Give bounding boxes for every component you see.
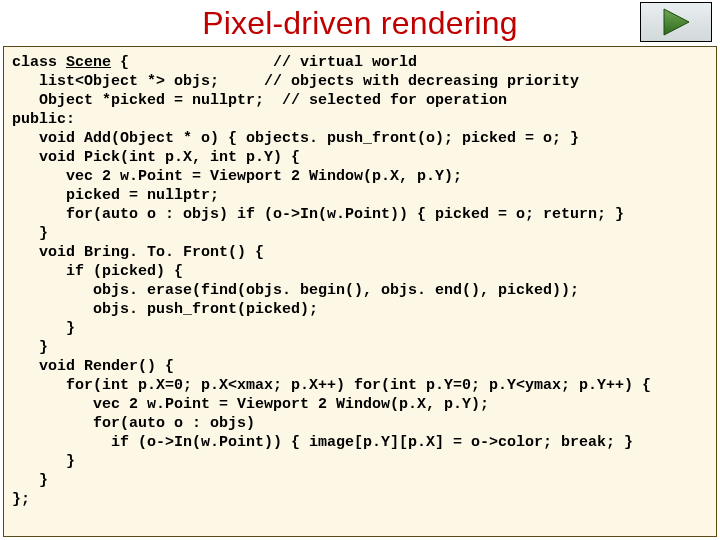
play-icon [659,7,693,37]
code-line: Object *picked = nullptr; // selected fo… [12,92,507,109]
code-line: } [12,453,75,470]
code-panel: class Scene { // virtual world list<Obje… [3,46,717,537]
code-line: public: [12,111,75,128]
code-line: }; [12,491,30,508]
code-line: list<Object *> objs; // objects with dec… [12,73,579,90]
code-line: vec 2 w.Point = Viewport 2 Window(p.X, p… [12,396,489,413]
code-line: void Bring. To. Front() { [12,244,264,261]
slide-title: Pixel-driven rendering [202,5,518,42]
code-line: for(int p.X=0; p.X<xmax; p.X++) for(int … [12,377,651,394]
code-line: } [12,472,48,489]
code-line: if (o->In(w.Point)) { image[p.Y][p.X] = … [12,434,633,451]
code-line: for(auto o : objs) if (o->In(w.Point)) {… [12,206,624,223]
code-line: class [12,54,66,71]
code-line: if (picked) { [12,263,183,280]
code-listing: class Scene { // virtual world list<Obje… [12,53,710,509]
svg-marker-0 [664,9,689,35]
code-line: } [12,225,48,242]
code-line: objs. erase(find(objs. begin(), objs. en… [12,282,579,299]
code-line: } [12,339,48,356]
code-line: objs. push_front(picked); [12,301,318,318]
header: Pixel-driven rendering [0,0,720,46]
class-name: Scene [66,54,111,71]
code-line: picked = nullptr; [12,187,219,204]
slide: Pixel-driven rendering class Scene { // … [0,0,720,540]
code-line: } [12,320,75,337]
code-line: for(auto o : objs) [12,415,255,432]
code-line: void Pick(int p.X, int p.Y) { [12,149,300,166]
code-line: void Render() { [12,358,174,375]
code-line: { // virtual world [111,54,417,71]
play-button[interactable] [640,2,712,42]
code-line: vec 2 w.Point = Viewport 2 Window(p.X, p… [12,168,462,185]
code-line: void Add(Object * o) { objects. push_fro… [12,130,579,147]
